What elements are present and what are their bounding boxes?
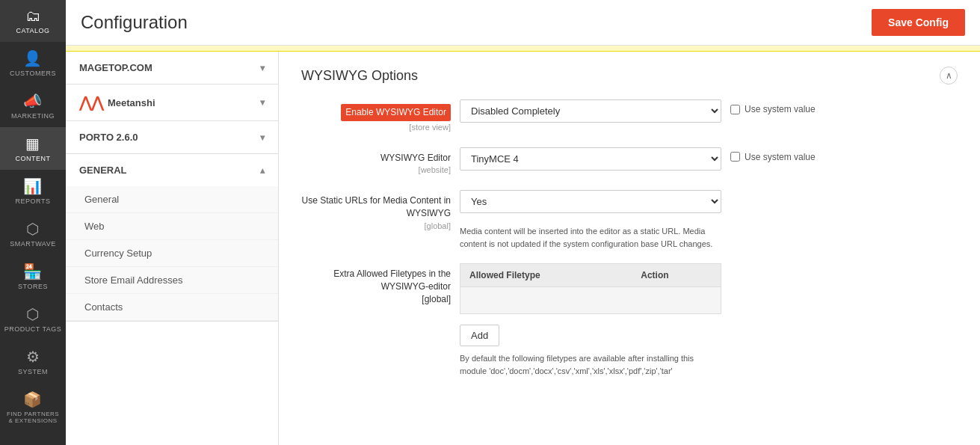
- static-urls-select[interactable]: Yes No: [460, 190, 721, 213]
- submenu-item-web[interactable]: Web: [66, 213, 278, 240]
- wysiwyg-title-text: WYSIWYG Options: [301, 68, 418, 84]
- filetype-note: By default the following filetypes are a…: [460, 352, 721, 377]
- sidebar-label-find-partners: FIND PARTNERS & EXTENSIONS: [4, 411, 62, 424]
- sidebar-label-reports: REPORTS: [16, 197, 51, 205]
- sidebar-label-stores: STORES: [18, 283, 48, 290]
- submenu-item-currency-setup[interactable]: Currency Setup: [66, 240, 278, 267]
- enable-wysiwyg-label: Enable WYSIWYG Editor [store view]: [301, 99, 451, 134]
- accordion-label-magetop: MAGETOP.COM: [79, 62, 152, 73]
- sidebar-item-stores[interactable]: 🏪 STORES: [0, 255, 66, 298]
- sidebar-item-product-tags[interactable]: ⬡ PRODUCT TAGS: [0, 298, 66, 340]
- section-collapse-button[interactable]: ∧: [940, 67, 958, 85]
- general-submenu: General Web Currency Setup Store Email A…: [66, 186, 278, 321]
- accordion-general: GENERAL ▴ General Web Currency Setup Sto…: [66, 154, 278, 322]
- submenu-item-contacts[interactable]: Contacts: [66, 294, 278, 321]
- accordion-header-porto[interactable]: PORTO 2.6.0 ▾: [66, 121, 278, 153]
- catalog-icon: 🗂: [25, 7, 41, 25]
- product-tags-icon: ⬡: [26, 305, 40, 323]
- static-urls-note: Media content will be inserted into the …: [460, 225, 721, 250]
- submenu-item-store-email[interactable]: Store Email Addresses: [66, 267, 278, 294]
- sidebar-label-marketing: MARKETING: [11, 112, 55, 120]
- submenu-label-general: General: [84, 194, 119, 205]
- accordion-meetanshi: ⋀⋀ Meetanshi ▾: [66, 85, 278, 121]
- enable-wysiwyg-label-main: Enable WYSIWYG Editor: [345, 107, 446, 117]
- sidebar-label-smartwave: SMARTWAVE: [10, 240, 55, 248]
- marketing-icon: 📣: [23, 92, 43, 110]
- use-system-checkbox-editor[interactable]: [730, 152, 740, 162]
- accordion-magetop: MAGETOP.COM ▾: [66, 52, 278, 85]
- enable-wysiwyg-label-sub: [store view]: [409, 123, 451, 132]
- main-area: Configuration Save Config MAGETOP.COM ▾ …: [66, 0, 980, 445]
- accordion-porto: PORTO 2.6.0 ▾: [66, 121, 278, 154]
- filetype-label: Extra Allowed Filetypes in the WYSIWYG-e…: [301, 263, 451, 305]
- sidebar-item-content[interactable]: ▦ CONTENT: [0, 127, 66, 170]
- enable-wysiwyg-control: Disabled Completely Enabled by Default D…: [460, 99, 958, 123]
- sidebar-item-marketing[interactable]: 📣 MARKETING: [0, 85, 66, 127]
- use-system-value-enable: Use system value: [730, 99, 816, 114]
- static-urls-label: Use Static URLs for Media Content in WYS…: [301, 190, 451, 232]
- submenu-label-currency-setup: Currency Setup: [84, 248, 152, 259]
- enable-wysiwyg-row: Enable WYSIWYG Editor [store view] Disab…: [301, 99, 958, 134]
- page-title: Configuration: [81, 12, 188, 33]
- sidebar-label-content: CONTENT: [16, 155, 51, 162]
- customers-icon: 👤: [23, 49, 43, 67]
- system-icon: ⚙: [26, 348, 40, 366]
- enable-wysiwyg-label-highlighted: Enable WYSIWYG Editor: [341, 104, 451, 121]
- sidebar-item-catalog[interactable]: 🗂 CATALOG: [0, 0, 66, 42]
- sidebar-item-customers[interactable]: 👤 CUSTOMERS: [0, 42, 66, 85]
- sidebar-item-smartwave[interactable]: ⬡ SMARTWAVE: [0, 212, 66, 255]
- filetype-col-action: Action: [632, 264, 721, 287]
- save-config-button[interactable]: Save Config: [872, 9, 965, 36]
- wysiwyg-editor-row: WYSIWYG Editor [website] TinyMCE 4 TinyM…: [301, 147, 958, 177]
- accordion-label-general: GENERAL: [79, 165, 127, 176]
- sidebar-item-system[interactable]: ⚙ SYSTEM: [0, 340, 66, 383]
- filetype-section: Extra Allowed Filetypes in the WYSIWYG-e…: [301, 263, 958, 377]
- add-filetype-button[interactable]: Add: [460, 325, 499, 346]
- meetanshi-logo-icon: ⋀⋀: [79, 95, 103, 110]
- content-area: MAGETOP.COM ▾ ⋀⋀ Meetanshi ▾ PORTO 2.6.0: [66, 52, 980, 445]
- wysiwyg-editor-select[interactable]: TinyMCE 4 TinyMCE 3: [460, 147, 721, 171]
- chevron-down-icon: ▾: [260, 63, 265, 73]
- reports-icon: 📊: [23, 177, 43, 195]
- chevron-down-icon-meetanshi: ▾: [260, 97, 265, 108]
- submenu-label-store-email: Store Email Addresses: [84, 274, 183, 286]
- filetype-content: Allowed Filetype Action Add By default t…: [460, 263, 958, 377]
- page-header: Configuration Save Config: [66, 0, 980, 46]
- wysiwyg-editor-label: WYSIWYG Editor [website]: [301, 147, 451, 177]
- static-urls-label-main: Use Static URLs for Media Content in WYS…: [302, 195, 451, 218]
- filetype-empty-row: [460, 287, 721, 314]
- sidebar-label-catalog: CATALOG: [16, 27, 49, 34]
- accordion-header-magetop[interactable]: MAGETOP.COM ▾: [66, 52, 278, 84]
- wysiwyg-editor-label-sub: [website]: [419, 165, 451, 174]
- use-system-label-enable: Use system value: [745, 104, 816, 114]
- sidebar-item-reports[interactable]: 📊 REPORTS: [0, 170, 66, 212]
- chevron-up-icon-general: ▴: [260, 165, 265, 176]
- accordion-label-meetanshi: Meetanshi: [108, 97, 155, 108]
- accordion-label-porto: PORTO 2.6.0: [79, 132, 138, 143]
- wysiwyg-editor-label-main: WYSIWYG Editor: [380, 153, 451, 163]
- use-system-value-editor: Use system value: [730, 147, 816, 162]
- use-system-checkbox-enable[interactable]: [730, 105, 740, 114]
- wysiwyg-editor-control: TinyMCE 4 TinyMCE 3 Use system value: [460, 147, 958, 171]
- submenu-item-general[interactable]: General: [66, 186, 278, 213]
- submenu-label-contacts: Contacts: [84, 301, 123, 313]
- smartwave-icon: ⬡: [26, 220, 40, 238]
- left-panel: MAGETOP.COM ▾ ⋀⋀ Meetanshi ▾ PORTO 2.6.0: [66, 52, 279, 445]
- sidebar-label-product-tags: PRODUCT TAGS: [4, 325, 62, 333]
- content-icon: ▦: [25, 135, 40, 153]
- submenu-label-web: Web: [84, 221, 105, 232]
- sidebar-label-customers: CUSTOMERS: [10, 70, 56, 77]
- accordion-header-general[interactable]: GENERAL ▴: [66, 154, 278, 186]
- chevron-down-icon-porto: ▾: [260, 132, 265, 143]
- find-partners-icon: 📦: [23, 390, 43, 408]
- static-urls-label-sub: [global]: [425, 221, 451, 230]
- right-panel: WYSIWYG Options ∧ Enable WYSIWYG Editor …: [279, 52, 980, 445]
- enable-wysiwyg-select[interactable]: Disabled Completely Enabled by Default D…: [460, 99, 721, 123]
- accordion-header-meetanshi[interactable]: ⋀⋀ Meetanshi ▾: [66, 85, 278, 120]
- use-system-label-editor: Use system value: [745, 152, 816, 162]
- filetype-col-allowed: Allowed Filetype: [460, 264, 632, 287]
- stores-icon: 🏪: [23, 263, 43, 280]
- wysiwyg-section-title: WYSIWYG Options ∧: [301, 67, 958, 85]
- static-urls-row: Use Static URLs for Media Content in WYS…: [301, 190, 958, 250]
- sidebar-item-find-partners[interactable]: 📦 FIND PARTNERS & EXTENSIONS: [0, 383, 66, 432]
